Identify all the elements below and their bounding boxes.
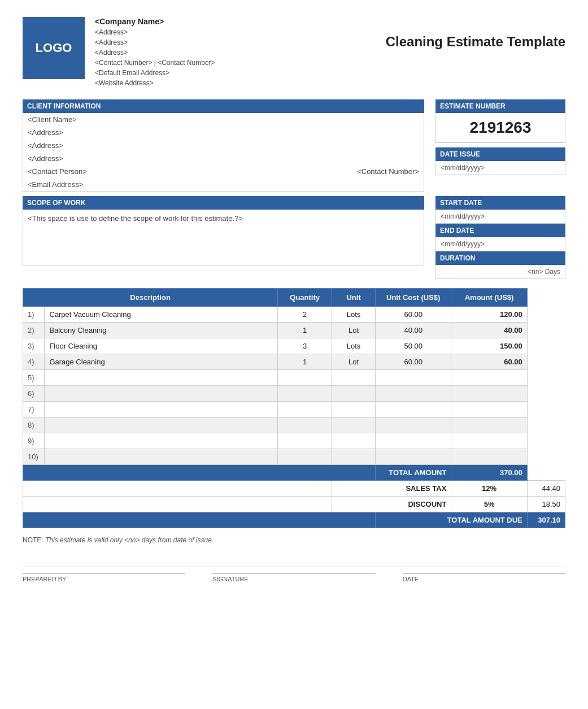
table-row: 6) xyxy=(23,386,565,402)
table-row: 4) Garage Cleaning 1 Lot 60.00 60.00 xyxy=(23,354,565,370)
row-amount xyxy=(451,433,527,449)
row-unit: Lots xyxy=(332,338,376,354)
row-ucost: 60.00 xyxy=(375,354,451,370)
scope-dates-row: SCOPE OF WORK <This space is use to defi… xyxy=(23,196,565,279)
company-name: <Company Name> xyxy=(95,17,252,26)
signature-line xyxy=(212,573,375,573)
client-name: <Client Name> xyxy=(28,115,77,124)
row-ucost: 60.00 xyxy=(375,307,451,323)
row-num: 1) xyxy=(23,307,45,323)
row-qty xyxy=(278,370,332,386)
row-amount: 120.00 xyxy=(451,307,527,323)
row-desc xyxy=(45,386,278,402)
row-ucost xyxy=(375,417,451,433)
row-qty xyxy=(278,449,332,465)
row-unit xyxy=(332,386,376,402)
client-info-section: CLIENT INFORMATION <Client Name> <Addres… xyxy=(23,99,424,192)
items-table: Description Quantity Unit Unit Cost (US$… xyxy=(23,288,565,528)
company-info: <Company Name> <Address> <Address> <Addr… xyxy=(95,17,252,88)
row-desc: Carpet Vacuum Cleaning xyxy=(45,307,278,323)
row-desc: Floor Cleaning xyxy=(45,338,278,354)
duration-header: DURATION xyxy=(435,251,565,265)
sales-tax-row: SALES TAX 12% 44.40 xyxy=(23,481,565,497)
client-address1: <Address> xyxy=(28,128,63,137)
client-contact-number: <Contact Number> xyxy=(357,167,419,176)
note-section: NOTE: This estimate is valid only <nn> d… xyxy=(23,536,565,544)
row-desc xyxy=(45,449,278,465)
signature-section: PREPARED BY SIGNATURE DATE xyxy=(23,567,565,582)
row-amount xyxy=(451,370,527,386)
row-amount: 60.00 xyxy=(451,354,527,370)
client-info-header: CLIENT INFORMATION xyxy=(23,99,424,113)
row-num: 2) xyxy=(23,323,45,338)
row-qty: 1 xyxy=(278,354,332,370)
start-date-section: START DATE <mm/dd/yyyy> xyxy=(435,196,565,224)
client-address3-row: <Address> xyxy=(23,152,424,165)
duration-value: <nn> Days xyxy=(435,265,565,279)
document-title: Cleaning Estimate Template xyxy=(252,17,565,50)
client-contact-person: <Contact Person> xyxy=(28,167,87,176)
company-address1: <Address> xyxy=(95,27,252,37)
signature-block: SIGNATURE xyxy=(212,573,375,582)
scope-section: SCOPE OF WORK <This space is use to defi… xyxy=(23,196,424,279)
row-qty: 3 xyxy=(278,338,332,354)
table-row: 3) Floor Cleaning 3 Lots 50.00 150.00 xyxy=(23,338,565,354)
row-num: 6) xyxy=(23,386,45,402)
prepared-by-line xyxy=(23,573,185,573)
page-header: LOGO <Company Name> <Address> <Address> … xyxy=(23,17,565,88)
start-date-header: START DATE xyxy=(435,196,565,210)
row-num: 8) xyxy=(23,417,45,433)
sales-tax-pct: 12% xyxy=(451,481,527,497)
company-address2: <Address> xyxy=(95,37,252,47)
total-amount-value: 370.00 xyxy=(451,465,527,481)
company-website: <Website Address> xyxy=(95,78,252,88)
prepared-by-label: PREPARED BY xyxy=(23,576,185,582)
end-date-value: <mm/dd/yyyy> xyxy=(435,237,565,251)
row-num: 4) xyxy=(23,354,45,370)
discount-row: DISCOUNT 5% 18.50 xyxy=(23,497,565,512)
row-unit: Lot xyxy=(332,354,376,370)
end-date-header: END DATE xyxy=(435,224,565,237)
row-amount xyxy=(451,386,527,402)
row-ucost xyxy=(375,386,451,402)
col-unit-cost: Unit Cost (US$) xyxy=(375,289,451,307)
col-description: Description xyxy=(23,289,278,307)
row-qty xyxy=(278,433,332,449)
date-issue-value: <mm/dd/yyyy> xyxy=(435,161,565,175)
company-address3: <Address> xyxy=(95,47,252,58)
table-row: 1) Carpet Vacuum Cleaning 2 Lots 60.00 1… xyxy=(23,307,565,323)
row-amount: 40.00 xyxy=(451,323,527,338)
row-unit xyxy=(332,402,376,417)
discount-pct: 5% xyxy=(451,497,527,512)
row-unit: Lots xyxy=(332,307,376,323)
row-desc xyxy=(45,417,278,433)
row-num: 7) xyxy=(23,402,45,417)
date-issue-section: DATE ISSUE <mm/dd/yyyy> xyxy=(435,147,565,175)
start-date-value: <mm/dd/yyyy> xyxy=(435,210,565,224)
row-desc: Garage Cleaning xyxy=(45,354,278,370)
scope-text: <This space is use to define the scope o… xyxy=(23,210,424,266)
client-info-box: <Client Name> <Address> <Address> <Addre… xyxy=(23,113,424,192)
total-amount-row: TOTAL AMOUNT 370.00 xyxy=(23,465,565,481)
row-num: 3) xyxy=(23,338,45,354)
estimate-number-value: 2191263 xyxy=(435,113,565,143)
estimate-number-section: ESTIMATE NUMBER 2191263 xyxy=(435,99,565,143)
note-text: This estimate is valid only <nn> days fr… xyxy=(45,536,214,544)
total-due-label: TOTAL AMOUNT DUE xyxy=(375,512,527,528)
end-date-section: END DATE <mm/dd/yyyy> xyxy=(435,224,565,251)
duration-section: DURATION <nn> Days xyxy=(435,251,565,279)
col-unit: Unit xyxy=(332,289,376,307)
row-amount xyxy=(451,402,527,417)
row-ucost: 40.00 xyxy=(375,323,451,338)
client-contact-row: <Contact Person> <Contact Number> xyxy=(23,165,424,178)
total-due-value: 307.10 xyxy=(527,512,565,528)
right-panel-group: ESTIMATE NUMBER 2191263 DATE ISSUE <mm/d… xyxy=(435,99,565,180)
estimate-number-header: ESTIMATE NUMBER xyxy=(435,99,565,113)
row-ucost: 50.00 xyxy=(375,338,451,354)
total-due-row: TOTAL AMOUNT DUE 307.10 xyxy=(23,512,565,528)
estimate-panel: ESTIMATE NUMBER 2191263 DATE ISSUE <mm/d… xyxy=(435,99,565,192)
client-name-row: <Client Name> xyxy=(23,113,424,126)
table-row: 9) xyxy=(23,433,565,449)
discount-label: DISCOUNT xyxy=(408,500,446,508)
client-address3: <Address> xyxy=(28,154,63,163)
